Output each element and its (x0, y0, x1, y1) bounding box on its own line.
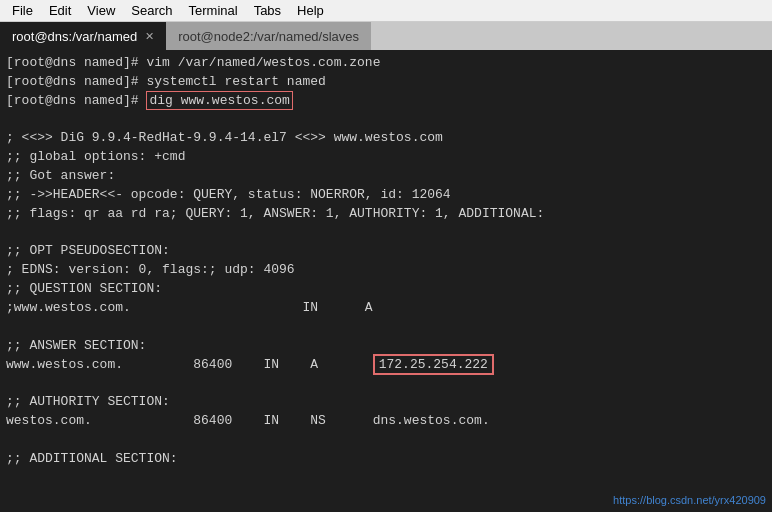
line-20: westos.com. 86400 IN NS dns.westos.com. (6, 412, 766, 431)
menu-tabs[interactable]: Tabs (246, 1, 289, 20)
tab-1-close[interactable]: ✕ (145, 30, 154, 43)
tab-2-label: root@node2:/var/named/slaves (178, 29, 359, 44)
tab-1-label: root@dns:/var/named (12, 29, 137, 44)
menu-file[interactable]: File (4, 1, 41, 20)
line-22: ;; ADDITIONAL SECTION: (6, 450, 766, 469)
line-6: ;; global options: +cmd (6, 148, 766, 167)
line-9: ;; flags: qr aa rd ra; QUERY: 1, ANSWER:… (6, 205, 766, 224)
line-4 (6, 111, 766, 130)
line-12: ; EDNS: version: 0, flags:; udp: 4096 (6, 261, 766, 280)
line-21 (6, 431, 766, 450)
line-10 (6, 224, 766, 243)
line-13: ;; QUESTION SECTION: (6, 280, 766, 299)
line-5: ; <<>> DiG 9.9.4-RedHat-9.9.4-14.el7 <<>… (6, 129, 766, 148)
line-2: [root@dns named]# systemctl restart name… (6, 73, 766, 92)
ip-address: 172.25.254.222 (373, 354, 494, 375)
menu-bar: File Edit View Search Terminal Tabs Help (0, 0, 772, 22)
line-14: ;www.westos.com. IN A (6, 299, 766, 318)
menu-view[interactable]: View (79, 1, 123, 20)
watermark: https://blog.csdn.net/yrx420909 (613, 494, 766, 506)
line-11: ;; OPT PSEUDOSECTION: (6, 242, 766, 261)
tab-2[interactable]: root@node2:/var/named/slaves (166, 22, 371, 50)
line-1: [root@dns named]# vim /var/named/westos.… (6, 54, 766, 73)
cmd-dig: dig www.westos.com (146, 91, 292, 110)
menu-edit[interactable]: Edit (41, 1, 79, 20)
menu-search[interactable]: Search (123, 1, 180, 20)
line-15 (6, 318, 766, 337)
line-16: ;; ANSWER SECTION: (6, 337, 766, 356)
menu-terminal[interactable]: Terminal (181, 1, 246, 20)
line-8: ;; ->>HEADER<<- opcode: QUERY, status: N… (6, 186, 766, 205)
tab-1[interactable]: root@dns:/var/named ✕ (0, 22, 166, 50)
line-3: [root@dns named]# dig www.westos.com (6, 92, 766, 111)
line-17: www.westos.com. 86400 IN A 172.25.254.22… (6, 356, 766, 375)
menu-help[interactable]: Help (289, 1, 332, 20)
line-7: ;; Got answer: (6, 167, 766, 186)
line-18 (6, 374, 766, 393)
tab-bar: root@dns:/var/named ✕ root@node2:/var/na… (0, 22, 772, 50)
line-19: ;; AUTHORITY SECTION: (6, 393, 766, 412)
terminal: [root@dns named]# vim /var/named/westos.… (0, 50, 772, 512)
